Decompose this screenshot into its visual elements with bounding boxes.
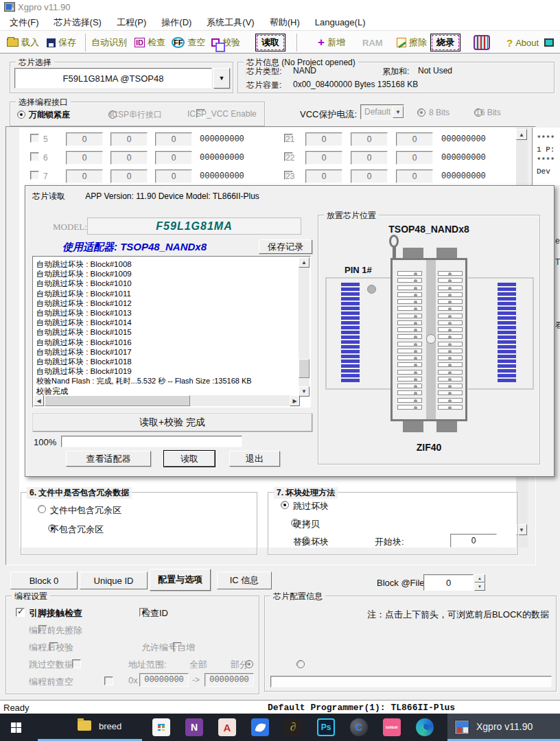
exit-button-label: 退出 [246, 453, 264, 465]
tab-ic-info[interactable]: IC 信息 [217, 572, 272, 589]
toolbar-verify-button[interactable]: 校验 [211, 34, 240, 51]
scroll-up-icon[interactable]: ▲ [299, 257, 310, 268]
log-vertical-scrollbar[interactable]: ▲ ▼ [299, 257, 310, 397]
scrollbar-thumb[interactable] [45, 395, 190, 406]
menu-project[interactable]: 工程(P) [117, 16, 146, 29]
toolbar-load-label: 载入 [21, 36, 39, 49]
tab-unique-id[interactable]: Unique ID [80, 572, 148, 589]
view-adapter-button[interactable]: 查看适配器 [66, 451, 151, 467]
redundant-data-group-title: 6. 文件中是否包含冗余数据 [27, 487, 132, 499]
taskbar-icon-xunlei[interactable] [251, 718, 269, 736]
menu-file[interactable]: 文件(F) [10, 16, 39, 29]
start-block-input[interactable] [450, 534, 497, 548]
menu-chip-select[interactable]: 芯片选择(S) [54, 16, 102, 29]
model-value: F59L1G81MA [156, 220, 232, 233]
taskbar-icon-edge[interactable] [416, 718, 434, 736]
tab-config-options[interactable]: 配置与选项 [150, 569, 211, 591]
log-line: 自动跳过坏块 : Block#1011 [36, 289, 300, 298]
save-log-button[interactable]: 保存记录 [259, 239, 312, 254]
chip-select-dropdown-button[interactable]: ▼ [213, 68, 230, 89]
bad-block-group: 7. 坏块处理方法 跳过坏块 硬拷贝 替换坏块 开始块: [268, 492, 518, 555]
pin-row-checkbox [30, 134, 39, 143]
block-at-file-spinner[interactable]: ▲ ▼ [474, 574, 485, 591]
menu-help[interactable]: 帮助(H) [270, 16, 300, 29]
scroll-right-icon[interactable]: ▶ [290, 395, 300, 406]
log-line: 校验完成 [36, 386, 300, 396]
scroll-down-icon[interactable]: ▼ [299, 386, 310, 397]
progress-percent: 100% [34, 437, 56, 447]
tab-block0[interactable]: Block 0 [10, 572, 78, 589]
pin-hex-value: 000000000 [441, 134, 486, 144]
ram-icon: RAM [362, 38, 383, 48]
pin-table-row: 7 000000000 23 000000000 [0, 169, 516, 184]
taskbar-task-xgpro[interactable]: Xgpro v11.90 [447, 714, 560, 741]
floppy-icon [47, 38, 56, 47]
toolbar-load-button[interactable]: 载入 [7, 34, 39, 51]
scroll-left-icon[interactable]: ◀ [34, 395, 44, 406]
screen: Xgpro v11.90 文件(F) 芯片选择(S) 工程(P) 操作(D) 系… [0, 0, 560, 741]
interface-group-label: 选择编程接口 [16, 97, 71, 108]
log-text[interactable]: 自动跳过坏块 : Block#1008 自动跳过坏块 : Block#1009 … [34, 257, 300, 397]
taskbar-icon-store[interactable] [152, 718, 170, 736]
read-button[interactable]: 读取 [164, 451, 215, 467]
address-from-input [139, 673, 189, 687]
socket-tab [403, 421, 423, 432]
spinner-down-icon[interactable]: ▼ [474, 583, 485, 591]
log-horizontal-scrollbar[interactable]: ◀ ▶ [34, 395, 300, 406]
model-label: MODEL: [53, 222, 87, 233]
tab-block0-label: Block 0 [30, 576, 59, 586]
contains-redundant-radio[interactable] [38, 505, 46, 513]
log-line: 自动跳过坏块 : Block#1014 [36, 318, 300, 327]
toolbar-save-button[interactable]: 保存 [47, 34, 76, 51]
toolbar-check-label: 检查 [148, 36, 165, 49]
exit-button[interactable]: 退出 [229, 451, 280, 467]
pin-row-number: 23 [285, 172, 294, 181]
menu-tools[interactable]: 系统工具(V) [207, 16, 254, 29]
chip-select-field[interactable]: F59L1G81MA @TSOP48 [14, 68, 212, 89]
menu-operation[interactable]: 操作(D) [161, 16, 191, 29]
toolbar-burn-button[interactable]: 烧录 [430, 34, 460, 51]
taskbar-icon-onenote[interactable]: N [185, 718, 203, 736]
contains-redundant-label: 文件中包含冗余区 [50, 504, 121, 517]
pin-contact-check-checkbox[interactable] [16, 608, 25, 617]
taskbar-task-breed[interactable]: breed [33, 714, 144, 741]
pin-row-number: 7 [43, 172, 48, 181]
pin-value-input [110, 132, 148, 146]
taskbar-icon-photoshop[interactable]: Ps [317, 718, 335, 736]
socket-radio[interactable] [17, 110, 25, 119]
checksum-value: Not Used [418, 66, 452, 75]
taskbar-icon-davinci[interactable]: ∂ [284, 718, 302, 736]
progress-bar [61, 436, 242, 447]
taskbar-icon-bilibili[interactable]: bilibili [383, 718, 401, 736]
toolbar-blank-button[interactable]: FF 查空 [172, 34, 205, 51]
taskbar-icon-autocad[interactable]: A [218, 718, 236, 736]
toolbar-add-button[interactable]: + 新增 [318, 34, 345, 51]
pin-hex-value: 000000000 [200, 134, 244, 144]
capacity-value: 0x00_08400000 Bytes 135168 KB [293, 80, 418, 89]
bits16-radio-label: 16 Bits [476, 108, 501, 117]
adapter-text: 使用适配器: TSOP48_NANDx8 [62, 241, 207, 254]
taskbar-icon-c4d[interactable]: C [350, 718, 368, 736]
xunlei-bird-icon [255, 722, 266, 733]
toolbar-autoid-button[interactable]: 自动识别 [91, 34, 127, 51]
skip-bad-block-radio[interactable] [281, 501, 289, 509]
socket-slots-left [397, 271, 422, 410]
taskbar-xgpro-label: Xgpro v11.90 [476, 721, 533, 732]
block-at-file-input[interactable] [423, 574, 474, 591]
menu-language[interactable]: Language(L) [315, 17, 366, 27]
toolbar-check-button[interactable]: ID 检查 [135, 34, 165, 51]
spinner-up-icon[interactable]: ▲ [474, 574, 485, 583]
scroll-up-icon[interactable]: ▲ [516, 129, 527, 140]
toolbar-settings-button[interactable] [544, 34, 554, 51]
toolbar-erase-button[interactable]: 擦除 [397, 34, 427, 51]
toolbar-separator [85, 34, 86, 51]
start-button[interactable] [11, 722, 21, 733]
start-block-label: 开始块: [375, 536, 404, 548]
scrollbar-thumb[interactable] [299, 359, 310, 378]
log-line: 自动跳过坏块 : Block#1017 [36, 347, 300, 357]
taskbar-breed-label: breed [99, 721, 121, 731]
toolbar-read-button[interactable]: 读取 [255, 34, 285, 51]
toolbar-chip-button[interactable] [474, 34, 490, 51]
toolbar-about-button[interactable]: ? About [506, 34, 539, 51]
monitor-icon [544, 38, 554, 47]
